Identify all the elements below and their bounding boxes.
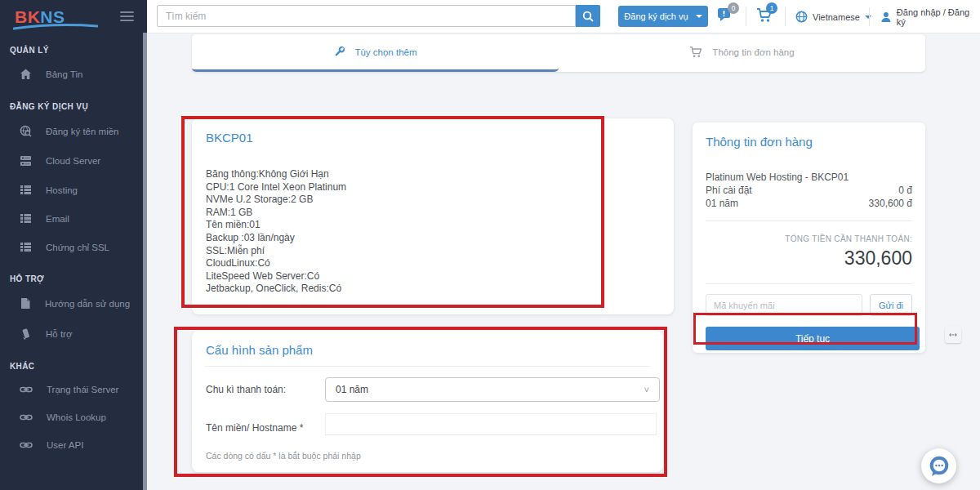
- sidebar-item-label: User API: [47, 440, 83, 450]
- order-heading: Thông tin đơn hàng: [706, 122, 912, 149]
- sidebar-scrollbar[interactable]: [143, 33, 147, 490]
- link-icon: [20, 441, 33, 449]
- order-row-term: 01 năm 330,600 đ: [706, 197, 912, 210]
- menu-toggle-icon[interactable]: [120, 9, 134, 24]
- wrench-icon: [333, 46, 345, 58]
- globe-icon: [795, 11, 808, 23]
- language-label: Vietnamese: [813, 12, 860, 22]
- search-button[interactable]: [576, 5, 600, 27]
- config-heading: Cấu hình sản phẩm: [192, 331, 663, 357]
- topbar: Đăng ký dịch vụ 0 1 Vietnamese Đăng nhập…: [147, 0, 980, 33]
- checkout-tabs: Tùy chọn thêm Thông tin đơn hàng: [192, 34, 925, 72]
- sidebar-item-email[interactable]: Email: [0, 204, 147, 233]
- chevron-down-icon: [865, 16, 871, 19]
- sidebar-section-dang-ky: ĐĂNG KÝ DỊCH VỤ: [0, 89, 147, 116]
- spec-line: RAM:1 GB: [206, 207, 660, 220]
- spec-line: CloudLinux:Có: [206, 257, 660, 270]
- search-input[interactable]: [157, 5, 576, 27]
- sidebar-item-label: Hỗ trợ: [46, 329, 72, 339]
- collapse-handle[interactable]: [945, 327, 961, 343]
- sidebar-item-bang-tin[interactable]: Bảng Tin: [0, 60, 147, 89]
- sidebar-item-label: Chứng chỉ SSL: [46, 243, 109, 252]
- register-service-button[interactable]: Đăng ký dịch vụ: [618, 6, 708, 27]
- spec-line: Jetbackup, OneClick, Redis:Có: [206, 283, 660, 296]
- spec-line: Tên miền:01: [206, 219, 660, 232]
- chevron-down-icon: [696, 15, 702, 18]
- spec-line: CPU:1 Core Intel Xeon Platinum: [206, 181, 660, 194]
- sidebar-item-ho-tro[interactable]: Hỗ trợ: [0, 318, 147, 349]
- spec-line: Băng thông:Không Giới Hạn: [206, 168, 660, 181]
- product-config-card: Cấu hình sản phẩm Chu kì thanh toán: 01 …: [192, 331, 663, 472]
- divider: [746, 7, 746, 26]
- sidebar-section-ho-tro: HỖ TRỢ: [0, 261, 147, 288]
- order-row-value: 0 đ: [898, 184, 912, 197]
- cart-icon: [689, 46, 703, 59]
- order-row-value: 330,600 đ: [869, 197, 912, 210]
- spec-line: LiteSpeed Web Server:Có: [206, 270, 660, 283]
- sidebar-item-whois-lookup[interactable]: Whois Lookup: [0, 403, 147, 431]
- sidebar: BKNS QUẢN LÝ Bảng Tin ĐĂNG KÝ DỊCH VỤ Đă…: [0, 0, 147, 490]
- live-chat-button[interactable]: [921, 448, 956, 483]
- cart-badge: 1: [766, 2, 777, 14]
- required-fields-note: Các dòng có dấu * là bắt buộc phải nhập: [206, 451, 361, 461]
- product-card: BKCP01 Băng thông:Không Giới Hạn CPU:1 C…: [192, 118, 674, 314]
- chevron-down-icon: ˅: [644, 385, 649, 394]
- continue-button[interactable]: Tiếp tục: [706, 327, 920, 350]
- order-row-label: Phí cài đặt: [706, 184, 752, 197]
- sidebar-item-hosting[interactable]: Hosting: [0, 176, 147, 204]
- tab-thong-tin-don-hang[interactable]: Thông tin đơn hàng: [559, 34, 925, 72]
- bkns-logo[interactable]: BKNS: [15, 8, 65, 25]
- sidebar-item-label: Cloud Server: [46, 156, 100, 166]
- order-product-name: Platinum Web Hosting - BKCP01: [706, 171, 912, 184]
- sidebar-item-label: Đăng ký tên miền: [46, 127, 119, 136]
- spec-line: NVMe U.2 Storage:2 GB: [206, 194, 660, 207]
- language-selector[interactable]: Vietnamese: [795, 0, 871, 33]
- link-icon: [20, 385, 33, 394]
- list-icon: [20, 242, 32, 252]
- sidebar-item-cloud-server[interactable]: Cloud Server: [0, 146, 147, 176]
- user-icon: [880, 11, 892, 23]
- promo-code-input[interactable]: [706, 294, 862, 316]
- divider: [869, 7, 870, 26]
- sidebar-item-label: Bảng Tin: [46, 69, 82, 79]
- billing-cycle-select[interactable]: 01 năm ˅: [325, 377, 660, 402]
- list-icon: [20, 185, 32, 195]
- sidebar-item-dang-ky-ten-mien[interactable]: Đăng ký tên miền: [0, 116, 147, 146]
- divider: [785, 7, 786, 26]
- sidebar-item-chung-chi-ssl[interactable]: Chứng chỉ SSL: [0, 233, 147, 261]
- sidebar-item-huong-dan[interactable]: Hướng dẫn sử dụng: [0, 288, 147, 318]
- sidebar-item-label: Hosting: [46, 185, 78, 195]
- sidebar-item-label: Whois Lookup: [47, 412, 106, 422]
- tab-label: Tùy chọn thêm: [354, 47, 416, 57]
- divider: [205, 366, 650, 367]
- home-icon: [20, 69, 32, 80]
- server-icon: [20, 155, 32, 167]
- tab-tuy-chon-them[interactable]: Tùy chọn thêm: [192, 34, 559, 72]
- login-link[interactable]: Đăng nhập / Đăng ký: [880, 0, 980, 33]
- order-row-label: 01 năm: [706, 197, 738, 210]
- divider: [706, 220, 912, 221]
- tab-label: Thông tin đơn hàng: [712, 47, 794, 57]
- divider: [706, 283, 912, 284]
- domain-search-icon: [20, 125, 32, 137]
- sidebar-item-label: Trạng thái Server: [47, 385, 118, 394]
- order-row-setup-fee: Phí cài đặt 0 đ: [706, 184, 912, 197]
- sidebar-item-user-api[interactable]: User API: [0, 431, 147, 459]
- hostname-input[interactable]: [325, 413, 657, 435]
- link-icon: [20, 413, 33, 421]
- support-icon: [20, 327, 32, 340]
- search-icon: [582, 11, 594, 22]
- product-title: BKCP01: [192, 118, 674, 145]
- collapse-icon: [948, 330, 958, 340]
- spec-line: SSL:Miễn phí: [206, 245, 660, 258]
- login-label: Đăng nhập / Đăng ký: [897, 7, 980, 27]
- total-value: 330,600: [706, 247, 912, 270]
- total-label: TỔNG TIỀN CẦN THANH TOÁN:: [706, 234, 912, 243]
- sidebar-item-label: Hướng dẫn sử dụng: [45, 299, 130, 309]
- billing-cycle-label: Chu kì thanh toán:: [206, 384, 286, 395]
- sidebar-item-trang-thai-server[interactable]: Trạng thái Server: [0, 376, 147, 403]
- logo-swoosh: [13, 24, 98, 30]
- promo-submit-button[interactable]: Gửi đi: [870, 294, 912, 316]
- billing-cycle-value: 01 năm: [336, 384, 368, 395]
- product-specs: Băng thông:Không Giới Hạn CPU:1 Core Int…: [192, 145, 674, 296]
